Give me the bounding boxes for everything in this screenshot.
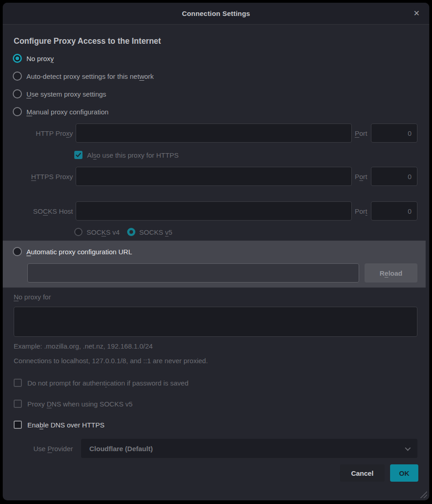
use-provider-label: Use Provider [14, 445, 73, 453]
auto-proxy-url-section: Automatic proxy configuration URL Reload [3, 241, 426, 288]
proxy-dns-checkbox [14, 400, 22, 408]
radio-row-auto-detect: Auto-detect proxy settings for this netw… [3, 71, 429, 82]
screen: Connection Settings ✕ Configure Proxy Ac… [0, 0, 432, 504]
https-port-input [371, 167, 417, 186]
http-proxy-row: HTTP Proxy Port [14, 123, 417, 143]
chevron-down-icon [405, 445, 411, 451]
no-proxy-for-textarea [14, 307, 417, 337]
also-https-row: Also use this proxy for HTTPS [74, 150, 429, 159]
socks-host-label: SOCKS Host [14, 207, 73, 215]
dialog-footer: Cancel OK [3, 464, 418, 482]
connection-settings-dialog: Connection Settings ✕ Configure Proxy Ac… [3, 3, 429, 500]
http-proxy-label: HTTP Proxy [14, 129, 73, 137]
socks-v4-radio [74, 228, 82, 236]
socks-v5-radio [127, 228, 135, 236]
enable-doh-label: Enable DNS over HTTPS [27, 421, 104, 429]
system-proxy-label: Use system proxy settings [26, 90, 106, 98]
socks-v5-label: SOCKS v5 [139, 228, 173, 236]
ok-button[interactable]: OK [390, 464, 418, 482]
manual-proxy-radio[interactable] [13, 107, 22, 116]
http-proxy-input [76, 123, 352, 143]
auto-detect-label: Auto-detect proxy settings for this netw… [26, 72, 154, 80]
socks-v4-option: SOCKS v4 [74, 228, 120, 236]
enable-doh-row: Enable DNS over HTTPS [14, 420, 429, 429]
radio-row-manual-proxy: Manual proxy configuration [3, 106, 429, 117]
radio-row-no-proxy: No proxy [3, 53, 429, 64]
auto-url-input-row: Reload [27, 263, 417, 283]
dialog-titlebar: Connection Settings ✕ [3, 3, 429, 25]
no-proxy-for-label: No proxy for [14, 293, 429, 302]
dialog-title: Connection Settings [182, 10, 250, 17]
https-proxy-row: HTTPS Proxy Port [14, 167, 417, 186]
socks-v5-option: SOCKS v5 [127, 228, 173, 236]
auto-url-input [27, 263, 359, 283]
also-https-label: Also use this proxy for HTTPS [87, 151, 179, 159]
proxy-dns-label: Proxy DNS when using SOCKS v5 [27, 400, 133, 408]
no-prompt-auth-checkbox [14, 379, 22, 387]
system-proxy-radio[interactable] [13, 89, 22, 98]
socks-version-row: SOCKS v4 SOCKS v5 [74, 227, 429, 237]
radio-row-auto-url: Automatic proxy configuration URL [3, 246, 426, 257]
radio-row-system-proxy: Use system proxy settings [3, 88, 429, 99]
http-port-label: Port [355, 129, 367, 137]
proxy-dns-row: Proxy DNS when using SOCKS v5 [14, 399, 429, 408]
socks-host-row: SOCKS Host Port [14, 201, 417, 221]
socks-port-input [371, 201, 417, 221]
https-proxy-input [76, 167, 352, 186]
no-proxy-radio[interactable] [13, 54, 22, 63]
enable-doh-checkbox[interactable] [14, 421, 22, 429]
auto-detect-radio[interactable] [13, 72, 22, 81]
page-title: Configure Proxy Access to the Internet [14, 36, 429, 46]
https-port-label: Port [355, 173, 367, 180]
http-port-input [371, 123, 417, 143]
socks-v4-label: SOCKS v4 [87, 228, 120, 236]
cancel-button[interactable]: Cancel [340, 464, 385, 482]
socks-host-input [76, 201, 352, 221]
no-prompt-auth-label: Do not prompt for authentication if pass… [27, 379, 189, 387]
localhost-note: Connections to localhost, 127.0.0.1/8, a… [14, 357, 429, 365]
checkmark-icon [76, 152, 81, 158]
manual-proxy-label: Manual proxy configuration [26, 108, 108, 116]
reload-button: Reload [365, 263, 417, 283]
no-proxy-example: Example: .mozilla.org, .net.nz, 192.168.… [14, 342, 429, 350]
https-proxy-label: HTTPS Proxy [14, 173, 73, 180]
close-icon[interactable]: ✕ [411, 8, 422, 19]
doh-provider-value: Cloudflare (Default) [89, 445, 153, 453]
resize-grip[interactable] [419, 490, 427, 498]
auto-url-radio[interactable] [13, 247, 22, 256]
socks-port-label: Port [355, 207, 367, 215]
doh-provider-select: Cloudflare (Default) [81, 439, 417, 458]
no-prompt-auth-row: Do not prompt for authentication if pass… [14, 378, 429, 387]
doh-provider-row: Use Provider Cloudflare (Default) [14, 439, 417, 458]
also-https-checkbox [74, 151, 82, 159]
no-proxy-label: No proxy [26, 55, 54, 62]
auto-url-label: Automatic proxy configuration URL [26, 248, 132, 256]
